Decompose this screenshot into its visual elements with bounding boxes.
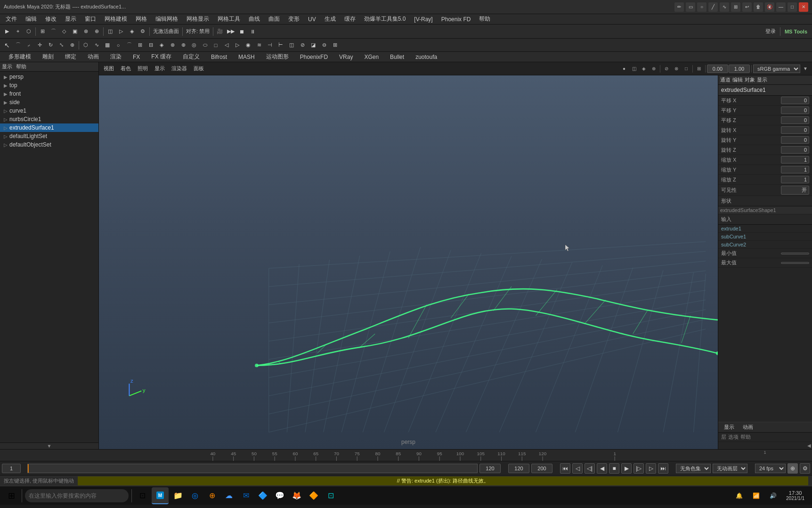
tool-lattice[interactable]: ⊟	[146, 40, 156, 50]
btn-render-settings[interactable]: ⚙	[138, 26, 148, 37]
tool-snap-view[interactable]: ⊗	[81, 26, 91, 37]
submenu-sculpt[interactable]: 雕刻	[38, 52, 58, 62]
cb-value-sy[interactable]: 1	[781, 166, 809, 173]
taskbar-app-unknown1[interactable]: 🔷	[255, 488, 270, 503]
cb-value-sx[interactable]: 1	[781, 156, 809, 164]
menu-window[interactable]: 窗口	[81, 14, 100, 24]
cb-input-subcurve2[interactable]: subCurve2	[718, 241, 812, 249]
tool-snap-point[interactable]: ◇	[59, 26, 69, 37]
vt-value2[interactable]: 1.00	[729, 65, 750, 73]
btn-ipr[interactable]: ◈	[127, 26, 137, 37]
tool-select[interactable]: ▶	[2, 26, 12, 37]
cb-header-display[interactable]: 显示	[757, 76, 767, 83]
vt-render-btn[interactable]: ◈	[639, 64, 649, 74]
layers-label[interactable]: 层	[721, 434, 726, 441]
menu-display[interactable]: 显示	[61, 14, 80, 24]
menu-help[interactable]: 帮助	[475, 14, 494, 24]
taskbar-app-terminal[interactable]: ⊡	[323, 488, 338, 503]
outliner-help-menu[interactable]: 帮助	[16, 63, 26, 70]
toolbar-icon-circle[interactable]: ○	[697, 2, 706, 12]
tool-weight[interactable]: ◎	[189, 40, 199, 50]
outliner-item-defaultobjectset[interactable]: ▷ defaultObjectSet	[0, 140, 98, 149]
submenu-fx-cache[interactable]: FX 缓存	[146, 52, 176, 62]
pb-next-key[interactable]: |▷	[633, 463, 644, 474]
minimize-button[interactable]: —	[776, 2, 786, 12]
toolbar-icon-curve[interactable]: ∿	[720, 2, 729, 12]
taskbar-taskview[interactable]: ⊡	[135, 488, 150, 503]
vt-panels[interactable]: 面板	[191, 65, 207, 73]
cb-header-channel[interactable]: 通道	[720, 76, 731, 83]
pb-range-start[interactable]: 120	[508, 464, 529, 473]
cb-input-subcurve1[interactable]: subCurve1	[718, 233, 812, 241]
submenu-vray[interactable]: VRay	[334, 53, 357, 61]
tool-isolate[interactable]: ⊞	[330, 40, 340, 50]
pb-current-frame[interactable]: 1	[2, 464, 21, 473]
tool-handle[interactable]: ▷	[232, 40, 243, 50]
close-button[interactable]: ✕	[799, 2, 808, 12]
pb-anim-layer[interactable]: 无动画层	[713, 464, 747, 473]
tool-lasso[interactable]: ⌖	[13, 26, 23, 37]
tool-lasso-btn[interactable]: ⌒	[13, 40, 23, 50]
outliner-scroll-down[interactable]: ▼	[0, 442, 98, 449]
cb-header-edit[interactable]: 编辑	[732, 76, 743, 83]
tool-sculpt-btn[interactable]: ≋	[254, 40, 264, 50]
menu-mesh-display[interactable]: 网格显示	[183, 14, 213, 24]
pb-prev-key[interactable]: ◁|	[585, 463, 595, 474]
rp-scroll-btn[interactable]: ◀	[807, 443, 811, 448]
outliner-item-top[interactable]: ▶ top	[0, 81, 98, 90]
tool-snap-grid[interactable]: ⊞	[37, 26, 48, 37]
vt-wireframe[interactable]: □	[682, 64, 691, 74]
submenu-zuotoufa[interactable]: zuotoufa	[411, 53, 442, 61]
tool-curve2[interactable]: ⌒	[124, 40, 134, 50]
tool-paint[interactable]: ⬡	[24, 26, 34, 37]
cb-input-extrude1[interactable]: extrude1	[718, 225, 812, 233]
vt-grid[interactable]: ⊞	[694, 64, 704, 74]
cb-value-tz[interactable]: 0	[781, 116, 809, 124]
tool-annotation[interactable]: ⊘	[297, 40, 308, 50]
tool-3d-widget[interactable]: □	[211, 40, 221, 50]
tl-ticks-region[interactable]: 40 45 50 55 60 65 70 75 80 85	[203, 450, 718, 461]
pb-range-end[interactable]: 200	[531, 464, 552, 473]
tool-snap-curve[interactable]: ⌒	[48, 26, 58, 37]
tool-ik[interactable]: ⊕	[178, 40, 188, 50]
btn-ms-tools[interactable]: MS Tools	[782, 26, 810, 37]
pb-skip-start[interactable]: ⏮	[560, 463, 570, 474]
toolbar-icon-rect[interactable]: ▭	[686, 2, 695, 12]
tool-select-btn[interactable]: ↖	[2, 40, 12, 50]
toolbar-icon-trash[interactable]: 🗑	[754, 2, 763, 12]
taskbar-app-firefox[interactable]: 🦊	[289, 488, 304, 503]
vt-colorspace[interactable]: sRGB gamma	[753, 65, 800, 73]
menu-curves[interactable]: 曲线	[245, 14, 264, 24]
vt-view[interactable]: 视图	[101, 65, 117, 73]
taskbar-app-unknown2[interactable]: 🔶	[306, 488, 321, 503]
tool-rotate[interactable]: ↻	[45, 40, 56, 50]
cb-value-rx[interactable]: 0	[781, 126, 809, 134]
cb-value-vis[interactable]: 开	[781, 186, 809, 195]
btn-camera[interactable]: 🎥	[215, 26, 225, 37]
tool-surface[interactable]: ○	[113, 40, 123, 50]
layer-help-label[interactable]: 帮助	[740, 434, 751, 441]
outliner-item-front[interactable]: ▶ front	[0, 90, 98, 98]
menu-tools[interactable]: 劲爆羊工具集5.0	[360, 14, 410, 24]
menu-vray[interactable]: [V-Ray]	[410, 15, 436, 24]
btn-render[interactable]: ▷	[116, 26, 126, 37]
cb-value-tx[interactable]: 0	[781, 97, 809, 104]
pb-play-fwd[interactable]: ▶	[621, 463, 632, 474]
cb-value-min[interactable]	[781, 253, 809, 254]
options-label[interactable]: 选项	[728, 434, 739, 441]
pb-char-set[interactable]: 无角色集	[676, 464, 711, 473]
tool-scale[interactable]: ⤡	[56, 40, 66, 50]
vt-colorspace-expand[interactable]: ▼	[801, 64, 810, 74]
vt-shading[interactable]: 着色	[118, 65, 134, 73]
btn-pause[interactable]: ⏸	[247, 26, 258, 37]
menu-cache[interactable]: 缓存	[341, 14, 359, 24]
tool-xform[interactable]: ◁	[221, 40, 232, 50]
btn-stop[interactable]: ⏹	[236, 26, 247, 37]
submenu-mash[interactable]: MASH	[234, 53, 260, 61]
taskbar-app-chrome[interactable]: ⊕	[204, 488, 219, 503]
submenu-xgen[interactable]: XGen	[359, 53, 383, 61]
submenu-bullet[interactable]: Bullet	[385, 53, 409, 61]
menu-modify[interactable]: 修改	[41, 14, 60, 24]
cb-value-rz[interactable]: 0	[781, 146, 809, 154]
menu-edit-mesh[interactable]: 编辑网格	[152, 14, 182, 24]
